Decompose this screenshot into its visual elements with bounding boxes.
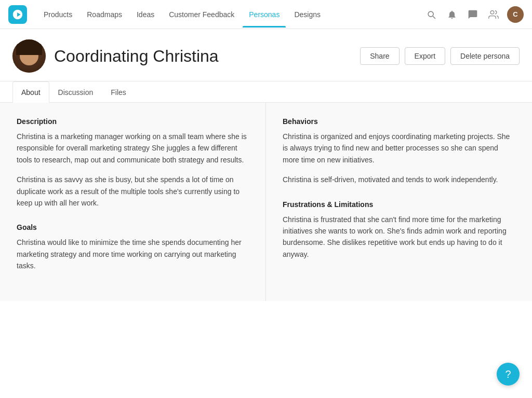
left-column: Description Christina is a marketing man… <box>0 103 266 301</box>
page-header: Coordinating Christina Share Export Dele… <box>0 29 532 81</box>
description-para2: Christina is as savvy as she is busy, bu… <box>17 174 249 209</box>
persona-avatar <box>12 39 46 73</box>
nav-link-ideas[interactable]: Ideas <box>130 6 161 23</box>
nav-link-products[interactable]: Products <box>37 6 78 23</box>
description-title: Description <box>17 117 249 126</box>
export-button[interactable]: Export <box>405 47 445 65</box>
navbar: Products Roadmaps Ideas Customer Feedbac… <box>0 0 532 29</box>
behaviors-para1: Christina is organized and enjoys coordi… <box>283 131 515 166</box>
persona-title: Coordinating Christina <box>12 39 219 73</box>
frustrations-text: Christina is frustrated that she can't f… <box>283 214 515 260</box>
chat-icon[interactable] <box>466 7 480 22</box>
delete-persona-button[interactable]: Delete persona <box>450 47 520 65</box>
tab-discussion[interactable]: Discussion <box>49 81 102 103</box>
search-icon[interactable] <box>424 7 438 22</box>
tab-about[interactable]: About <box>12 81 49 103</box>
header-actions: Share Export Delete persona <box>360 47 520 65</box>
users-icon[interactable] <box>486 7 501 22</box>
share-button[interactable]: Share <box>360 47 399 65</box>
tab-files[interactable]: Files <box>102 81 135 103</box>
behaviors-section: Behaviors Christina is organized and enj… <box>283 117 515 186</box>
persona-name: Coordinating Christina <box>54 47 219 66</box>
nav-actions: C <box>424 6 524 23</box>
nav-link-roadmaps[interactable]: Roadmaps <box>81 6 128 23</box>
right-column: Behaviors Christina is organized and enj… <box>266 103 532 301</box>
description-para1: Christina is a marketing manager working… <box>17 131 249 166</box>
app-logo[interactable] <box>8 5 27 24</box>
frustrations-title: Frustrations & Limitations <box>283 200 515 209</box>
nav-link-customer-feedback[interactable]: Customer Feedback <box>163 6 241 23</box>
frustrations-section: Frustrations & Limitations Christina is … <box>283 200 515 260</box>
tabs: About Discussion Files <box>0 81 532 103</box>
nav-link-designs[interactable]: Designs <box>288 6 327 23</box>
description-section: Description Christina is a marketing man… <box>17 117 249 209</box>
goals-text: Christina would like to minimize the tim… <box>17 237 249 271</box>
user-avatar[interactable]: C <box>507 6 524 23</box>
goals-section: Goals Christina would like to minimize t… <box>17 223 249 271</box>
persona-avatar-image <box>12 39 46 73</box>
behaviors-para2: Christina is self-driven, motivated and … <box>283 174 515 185</box>
nav-link-personas[interactable]: Personas <box>243 6 286 23</box>
behaviors-title: Behaviors <box>283 117 515 126</box>
notifications-icon[interactable] <box>445 7 459 22</box>
nav-links: Products Roadmaps Ideas Customer Feedbac… <box>37 6 424 23</box>
goals-title: Goals <box>17 223 249 231</box>
content-area: Description Christina is a marketing man… <box>0 103 532 301</box>
